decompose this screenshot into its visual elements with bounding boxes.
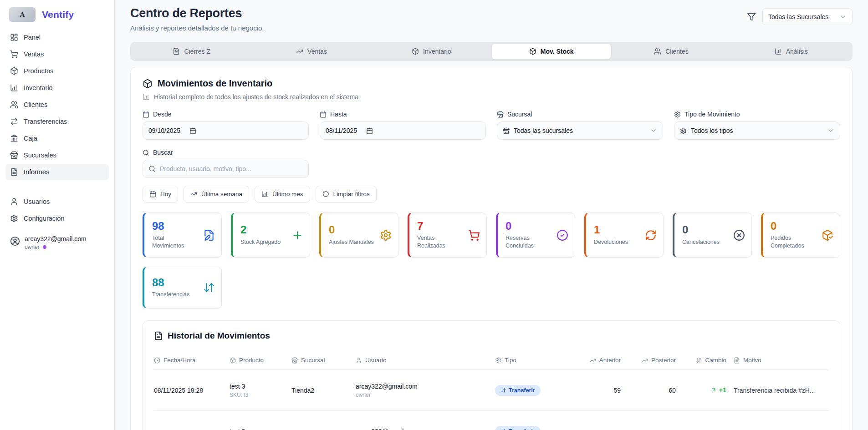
arrow-up-right-icon — [710, 387, 717, 393]
filters: Desde 09/10/2025 Hasta 08/11/2025 — [143, 111, 840, 140]
quick-filter-button[interactable]: Última semana — [184, 186, 249, 202]
stat-label: Reservas Concluidas — [505, 234, 551, 250]
stat-value: 1 — [594, 224, 628, 236]
filter-hasta: Hasta 08/11/2025 — [320, 111, 486, 140]
table-column-header: Tipo — [495, 357, 572, 364]
refresh-icon — [645, 229, 657, 241]
filter-buscar-label: Buscar — [153, 149, 173, 156]
report-tab[interactable]: Clientes — [611, 43, 731, 60]
sidebar-item[interactable]: Sucursales — [5, 147, 109, 163]
rotate-icon — [322, 191, 329, 197]
panel-subtitle: Historial completo de todos los ajustes … — [154, 93, 358, 101]
quick-filters: Hoy Última semana Último mes Limpiar fil… — [143, 186, 840, 202]
gear-icon — [380, 229, 392, 241]
user-email: arcay322@gmail.com — [25, 235, 87, 243]
stat-card: 0 Ajustes Manuales — [319, 212, 398, 258]
cart-icon — [10, 50, 18, 58]
sidebar-item[interactable]: Panel — [5, 29, 109, 46]
cell-posterior: 60 — [628, 387, 676, 394]
arrows-ud-icon — [203, 282, 215, 293]
trend-icon — [190, 191, 197, 197]
cell-usuario: arcay322@gmail.com — [356, 428, 488, 430]
stat-card: 0 Cancelaciones — [673, 212, 752, 258]
quick-filter-label: Última semana — [201, 191, 242, 197]
sidebar-item[interactable]: Caja — [5, 130, 109, 147]
branch-filter-value: Todas las Sucursales — [768, 13, 828, 20]
cambio-value: +1 — [710, 386, 726, 394]
table-column-header: Anterior — [580, 357, 621, 364]
search-input[interactable] — [160, 165, 303, 172]
search-input-wrap — [143, 160, 309, 178]
sidebar-item[interactable]: Transferencias — [5, 113, 109, 130]
producto-nombre: test 3 — [230, 383, 284, 390]
report-tab[interactable]: Cierres Z — [132, 43, 251, 60]
sidebar-nav: Panel Ventas Productos Inventario Client… — [5, 29, 109, 181]
sidebar-user[interactable]: arcay322@gmail.com owner — [5, 227, 109, 250]
calendar-picker-icon[interactable] — [189, 127, 196, 134]
chart-icon — [143, 93, 150, 101]
report-tab[interactable]: Análisis — [731, 43, 851, 60]
sidebar-item[interactable]: Usuarios — [5, 193, 109, 210]
quick-filter-button[interactable]: Limpiar filtros — [316, 186, 377, 202]
package-icon — [10, 67, 18, 75]
quick-filter-label: Último mes — [272, 191, 303, 197]
role-status-dot — [43, 245, 46, 249]
branch-filter-select[interactable]: Todas las Sucursales — [762, 8, 853, 25]
stat-card: 88 Transferencias — [143, 267, 222, 309]
header-actions: Todas las Sucursales — [747, 8, 853, 25]
sidebar-item[interactable]: Configuración — [5, 210, 109, 227]
page-subtitle: Análisis y reportes detallados de tu neg… — [130, 24, 264, 32]
x-circle-icon — [733, 229, 745, 241]
sidebar-item-label: Transferencias — [24, 118, 67, 125]
stat-value: 0 — [682, 224, 720, 236]
brand[interactable]: A Ventify — [5, 6, 109, 29]
cell-producto: test 3 — [230, 428, 284, 430]
date-to-value: 08/11/2025 — [326, 127, 357, 134]
cell-fecha: 08/11/2025 18:28 — [154, 387, 222, 394]
stat-card: 2 Stock Agregado — [231, 212, 310, 258]
filter-funnel-icon — [747, 12, 756, 21]
sidebar-item-label: Informes — [24, 168, 49, 176]
stat-label: Pedidos Completados — [771, 234, 816, 250]
filter-buscar: Buscar — [143, 149, 309, 178]
report-tab-label: Cierres Z — [184, 48, 210, 55]
stat-label: Total Movimientos — [152, 234, 198, 250]
cell-usuario: arcay322@gmail.com owner — [356, 383, 488, 398]
sidebar-item[interactable]: Ventas — [5, 46, 109, 62]
quick-filter-button[interactable]: Hoy — [143, 186, 178, 202]
table-column-label: Anterior — [599, 357, 621, 364]
tipo-badge-label: Transferir — [509, 387, 535, 394]
brand-name: Ventify — [42, 9, 74, 20]
cell-motivo: Transferencia recibida #zH... — [734, 387, 829, 394]
table-column-label: Tipo — [505, 357, 516, 364]
app-root: A Ventify Panel Ventas Productos Inventa… — [0, 0, 868, 430]
report-tab[interactable]: Inventario — [372, 43, 491, 60]
history-title-row: Historial de Movimientos — [154, 331, 829, 341]
table-column-header: Motivo — [734, 357, 829, 364]
tipo-select[interactable]: Todos los tipos — [674, 121, 840, 140]
quick-filter-label: Limpiar filtros — [333, 191, 370, 197]
trend-icon — [642, 357, 648, 364]
sidebar-item[interactable]: Inventario — [5, 80, 109, 96]
stat-value: 98 — [152, 220, 198, 232]
quick-filter-button[interactable]: Último mes — [255, 186, 310, 202]
sidebar-item[interactable]: Clientes — [5, 96, 109, 113]
calendar-icon — [149, 191, 156, 197]
users-icon — [654, 48, 661, 55]
sucursal-select[interactable]: Todas las sucursales — [497, 121, 663, 140]
stats-grid: 98 Total Movimientos 2 Stock Agregado 0 — [143, 212, 840, 309]
filter-desde: Desde 09/10/2025 — [143, 111, 309, 140]
file-text-icon — [173, 48, 180, 55]
table-row: 08/11/2025 18:28 test 3 SKU: t3 Tienda2 … — [154, 370, 829, 411]
date-to-input[interactable]: 08/11/2025 — [320, 121, 486, 140]
panel-title: Movimientos de Inventario — [158, 78, 272, 89]
sidebar-item[interactable]: Productos — [5, 63, 109, 79]
producto-sku: SKU: t3 — [230, 392, 284, 398]
file-pen-icon — [203, 229, 215, 241]
report-tab[interactable]: Ventas — [251, 43, 371, 60]
sidebar-item[interactable]: Informes — [5, 164, 109, 180]
table-column-label: Cambio — [705, 357, 726, 364]
date-from-input[interactable]: 09/10/2025 — [143, 121, 309, 140]
calendar-picker-icon[interactable] — [366, 127, 373, 134]
report-tab[interactable]: Mov. Stock — [491, 43, 611, 60]
